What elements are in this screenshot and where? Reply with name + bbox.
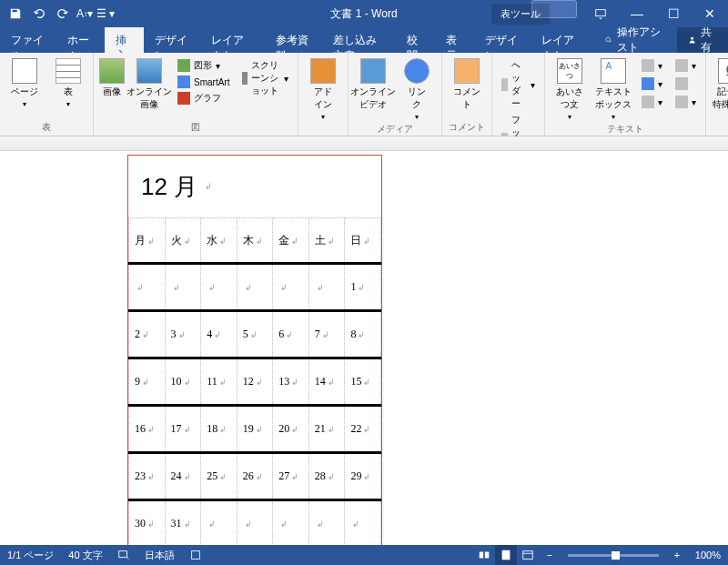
calendar-cell[interactable]: 13↲: [273, 358, 309, 406]
tab-insert[interactable]: 挿入: [105, 27, 144, 53]
calendar-cell[interactable]: 22↲: [345, 406, 381, 453]
calendar-cell[interactable]: 20↲: [273, 406, 309, 453]
tell-me-search[interactable]: 操作アシスト: [595, 27, 677, 53]
calendar-cell[interactable]: 17↲: [165, 406, 201, 453]
tab-table-layout[interactable]: レイアウト: [531, 27, 596, 53]
close-button[interactable]: ✕: [692, 0, 728, 27]
web-layout-button[interactable]: [517, 545, 539, 565]
calendar-cell[interactable]: ↲: [129, 264, 166, 311]
calendar-cell[interactable]: ↲: [308, 264, 345, 311]
calendar-cell[interactable]: 14↲: [308, 358, 345, 406]
calendar-cell[interactable]: ↲: [345, 500, 381, 546]
calendar-grid[interactable]: 月↲火↲水↲木↲金↲土↲日↲ ↲↲↲↲↲↲1↲2↲3↲4↲5↲6↲7↲8↲9↲1…: [128, 217, 381, 545]
print-layout-button[interactable]: [495, 545, 517, 565]
tab-file[interactable]: ファイル: [0, 27, 56, 53]
undo-button[interactable]: [29, 4, 49, 24]
calendar-cell[interactable]: 1↲: [345, 264, 381, 311]
zoom-level[interactable]: 100%: [688, 550, 728, 560]
calendar-cell[interactable]: 5↲: [237, 311, 273, 358]
word-count[interactable]: 40 文字: [61, 549, 109, 562]
datetime-button[interactable]: [672, 76, 700, 91]
page-indicator[interactable]: 1/1 ページ: [0, 549, 61, 562]
tab-review[interactable]: 校閲: [396, 27, 435, 53]
textbox-button[interactable]: Aテキスト ボックス▾: [594, 58, 632, 121]
language-indicator[interactable]: 日本語: [137, 549, 182, 562]
calendar-cell[interactable]: 2↲: [129, 311, 166, 358]
online-pictures-button[interactable]: オンライン 画像: [130, 58, 168, 111]
calendar-cell[interactable]: 11↲: [201, 358, 238, 406]
tab-table-design[interactable]: デザイン: [474, 27, 531, 53]
share-button[interactable]: 共有: [677, 27, 728, 53]
save-button[interactable]: [5, 4, 25, 24]
calendar-cell[interactable]: 16↲: [129, 406, 166, 453]
zoom-slider[interactable]: [568, 554, 659, 557]
document-area[interactable]: 12 月↲ 月↲火↲水↲木↲金↲土↲日↲ ↲↲↲↲↲↲1↲2↲3↲4↲5↲6↲7…: [0, 136, 728, 545]
smartart-button[interactable]: SmartArt: [174, 75, 233, 89]
spell-check-icon[interactable]: [110, 549, 137, 561]
calendar-cell[interactable]: ↲: [308, 500, 345, 546]
tab-mailings[interactable]: 差し込み文書: [322, 27, 396, 53]
table-button[interactable]: 表▾: [49, 58, 87, 108]
calendar-cell[interactable]: 27↲: [273, 453, 309, 500]
calendar-cell[interactable]: 18↲: [201, 406, 238, 453]
pages-button[interactable]: ページ▾: [5, 58, 44, 108]
signature-button[interactable]: ▾: [672, 58, 700, 73]
dropcap-button[interactable]: ▾: [638, 95, 666, 109]
calendar-cell[interactable]: ↲: [165, 264, 201, 311]
header-button[interactable]: ヘッダー ▾: [498, 58, 539, 111]
online-video-button[interactable]: オンライン ビデオ: [354, 58, 392, 111]
calendar-cell[interactable]: 24↲: [165, 453, 201, 500]
comment-button[interactable]: コメン ト: [448, 58, 486, 111]
month-title-row[interactable]: 12 月↲: [128, 156, 381, 217]
weekday-cell[interactable]: 水↲: [201, 218, 238, 264]
calendar-cell[interactable]: 26↲: [237, 453, 273, 500]
tab-layout[interactable]: レイアウト: [200, 27, 266, 53]
calendar-cell[interactable]: ↲: [201, 264, 238, 311]
calendar-cell[interactable]: 9↲: [129, 358, 166, 406]
calendar-cell[interactable]: ↲: [237, 264, 273, 311]
tab-design[interactable]: デザイン: [144, 27, 200, 53]
tab-view[interactable]: 表示: [435, 27, 474, 53]
calendar-cell[interactable]: 8↲: [345, 311, 381, 358]
shapes-button[interactable]: 図形 ▾: [174, 58, 233, 73]
macro-icon[interactable]: [182, 549, 209, 561]
calendar-cell[interactable]: ↲: [201, 500, 238, 546]
link-button[interactable]: リン ク▾: [398, 58, 436, 121]
calendar-cell[interactable]: 3↲: [165, 311, 201, 358]
font-size-button[interactable]: A↕ ▾: [76, 4, 93, 24]
symbols-button[interactable]: Ω記号と 特殊文字▾: [712, 58, 728, 121]
ribbon-options-button[interactable]: [582, 0, 619, 27]
weekday-cell[interactable]: 火↲: [165, 218, 201, 264]
zoom-in-button[interactable]: +: [666, 545, 688, 565]
calendar-cell[interactable]: 30↲: [129, 500, 166, 546]
list-button[interactable]: ☰ ▾: [96, 4, 115, 24]
calendar-cell[interactable]: 19↲: [237, 406, 273, 453]
tab-references[interactable]: 参考資料: [265, 27, 321, 53]
chart-button[interactable]: グラフ: [174, 91, 233, 106]
zoom-out-button[interactable]: −: [539, 545, 561, 565]
horizontal-ruler[interactable]: [0, 136, 728, 151]
calendar-cell[interactable]: 15↲: [345, 358, 381, 406]
calendar-cell[interactable]: 28↲: [308, 453, 345, 500]
redo-button[interactable]: [53, 4, 73, 24]
maximize-button[interactable]: ☐: [655, 0, 692, 27]
calendar-cell[interactable]: 29↲: [345, 453, 381, 500]
calendar-cell[interactable]: 21↲: [308, 406, 345, 453]
wordart-button[interactable]: ▾: [638, 76, 666, 91]
calendar-cell[interactable]: 7↲: [308, 311, 345, 358]
calendar-cell[interactable]: 10↲: [165, 358, 201, 406]
greeting-button[interactable]: あいさつあいさ つ文▾: [551, 58, 589, 121]
minimize-button[interactable]: —: [619, 0, 655, 27]
zoom-thumb[interactable]: [612, 551, 620, 560]
read-mode-button[interactable]: [473, 545, 495, 565]
calendar-cell[interactable]: 6↲: [273, 311, 309, 358]
weekday-cell[interactable]: 日↲: [345, 218, 381, 264]
calendar-cell[interactable]: ↲: [273, 264, 309, 311]
addins-button[interactable]: アド イン▾: [304, 58, 342, 121]
calendar-table[interactable]: 12 月↲ 月↲火↲水↲木↲金↲土↲日↲ ↲↲↲↲↲↲1↲2↲3↲4↲5↲6↲7…: [127, 155, 382, 545]
tab-home[interactable]: ホーム: [56, 27, 105, 53]
calendar-cell[interactable]: 12↲: [237, 358, 273, 406]
screenshot-button[interactable]: スクリーンショット ▾: [238, 58, 292, 98]
weekday-cell[interactable]: 土↲: [308, 218, 345, 264]
calendar-cell[interactable]: 25↲: [201, 453, 238, 500]
